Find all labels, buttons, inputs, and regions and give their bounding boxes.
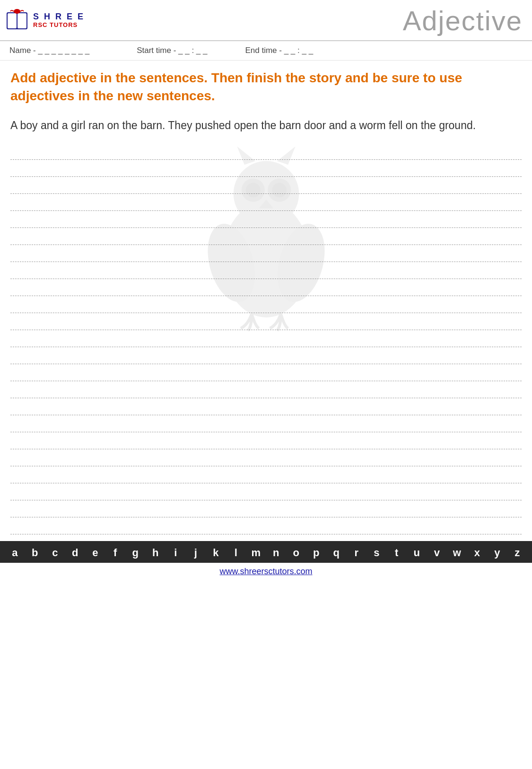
website-link[interactable]: www.shreersctutors.com	[219, 567, 312, 576]
start-blanks: _ _ : _ _	[178, 46, 207, 55]
footer: www.shreersctutors.com	[0, 563, 532, 580]
writing-line[interactable]	[10, 194, 522, 211]
alphabet-letter: k	[206, 547, 226, 559]
alphabet-letter: o	[286, 547, 306, 559]
lines-container	[10, 143, 522, 534]
alphabet-letter: p	[306, 547, 327, 559]
alphabet-letter: m	[246, 547, 266, 559]
instruction: Add adjective in the sentences. Then fin…	[0, 61, 532, 110]
alphabet-letter: y	[487, 547, 507, 559]
writing-line[interactable]	[10, 296, 522, 313]
writing-line[interactable]	[10, 500, 522, 517]
writing-line[interactable]	[10, 347, 522, 364]
end-label: End time -	[245, 46, 281, 55]
alphabet-letter: l	[226, 547, 246, 559]
writing-line[interactable]	[10, 364, 522, 381]
alphabet-letter: c	[45, 547, 65, 559]
alphabet-letter: d	[65, 547, 86, 559]
svg-point-4	[14, 9, 20, 14]
svg-rect-2	[17, 13, 26, 28]
writing-line[interactable]	[10, 211, 522, 228]
writing-line[interactable]	[10, 381, 522, 398]
logo-rsc: RSC TUTORS	[33, 22, 85, 28]
writing-line[interactable]	[10, 262, 522, 279]
writing-line[interactable]	[10, 398, 522, 415]
alphabet-letter: w	[447, 547, 467, 559]
writing-line[interactable]	[10, 313, 522, 330]
alphabet-row: abcdefghijklmnopqrstuvwxyz	[0, 541, 532, 563]
writing-line[interactable]	[10, 160, 522, 177]
alphabet-letter: g	[125, 547, 146, 559]
alphabet-letter: e	[85, 547, 105, 559]
start-label: Start time -	[137, 46, 176, 55]
alphabet-letter: x	[467, 547, 488, 559]
alphabet-letter: f	[105, 547, 126, 559]
alphabet-letter: r	[347, 547, 367, 559]
alphabet-letter: u	[407, 547, 427, 559]
logo-shree: S H R E E	[33, 12, 85, 22]
header: S H R E E RSC TUTORS Adjective	[0, 0, 532, 41]
alphabet-letter: s	[366, 547, 387, 559]
writing-line[interactable]	[10, 279, 522, 296]
logo-icon	[5, 9, 29, 33]
alphabet-letter: z	[507, 547, 528, 559]
logo-area: S H R E E RSC TUTORS	[5, 9, 85, 33]
writing-line[interactable]	[10, 228, 522, 245]
writing-line[interactable]	[10, 466, 522, 483]
svg-rect-1	[8, 13, 17, 28]
writing-line[interactable]	[10, 483, 522, 500]
info-row: Name - _ _ _ _ _ _ _ _ Start time - _ _ …	[0, 41, 532, 61]
logo-text: S H R E E RSC TUTORS	[33, 12, 85, 28]
alphabet-letter: j	[186, 547, 206, 559]
alphabet-letter: v	[427, 547, 447, 559]
writing-line[interactable]	[10, 517, 522, 534]
alphabet-letter: b	[25, 547, 45, 559]
writing-line[interactable]	[10, 415, 522, 432]
writing-line[interactable]	[10, 432, 522, 449]
writing-line[interactable]	[10, 330, 522, 347]
writing-line[interactable]	[10, 143, 522, 160]
lines-area	[0, 138, 532, 534]
writing-line[interactable]	[10, 177, 522, 194]
end-blanks: _ _ : _ _	[284, 46, 313, 55]
alphabet-letter: n	[266, 547, 287, 559]
alphabet-letter: h	[146, 547, 166, 559]
alphabet-letter: a	[5, 547, 25, 559]
name-blanks: _ _ _ _ _ _ _ _	[38, 46, 89, 55]
writing-line[interactable]	[10, 245, 522, 262]
story-text: A boy and a girl ran on the barn. They p…	[0, 110, 532, 139]
writing-line[interactable]	[10, 449, 522, 466]
alphabet-letter: q	[326, 547, 347, 559]
alphabet-letter: t	[387, 547, 407, 559]
alphabet-letter: i	[166, 547, 186, 559]
name-label: Name -	[9, 46, 36, 55]
page-title: Adjective	[403, 5, 523, 36]
